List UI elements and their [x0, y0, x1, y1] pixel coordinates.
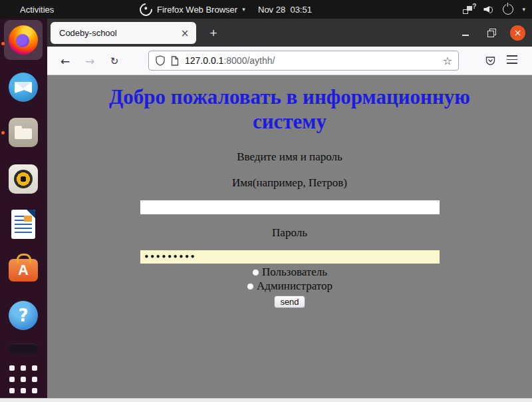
name-label: Имя(например, Петров): [47, 176, 532, 190]
chevron-down-icon: ▾: [242, 6, 245, 13]
radio-admin-label: Администратор: [257, 280, 332, 293]
firefox-mini-icon: [137, 1, 155, 19]
app-grid-icon: [9, 365, 37, 393]
running-indicator-files: [1, 131, 5, 134]
name-input[interactable]: [140, 200, 440, 214]
running-indicator-firefox: [1, 42, 5, 45]
dock-item-app-grid[interactable]: [7, 362, 39, 397]
url-bar[interactable]: 127.0.0.1:8000/aythh/ ☆: [148, 51, 459, 71]
network-icon: ?: [463, 5, 475, 14]
system-top-bar: Activities Firefox Web Browser ▾ Nov 28 …: [0, 0, 532, 19]
ubuntu-software-icon: A: [9, 259, 38, 282]
role-option-admin[interactable]: Администратор: [47, 280, 532, 292]
bookmark-star-icon[interactable]: ☆: [443, 55, 452, 67]
minimize-button[interactable]: [457, 24, 474, 41]
close-button[interactable]: ×: [510, 25, 525, 41]
password-input[interactable]: [140, 250, 440, 264]
dock-item-partial[interactable]: [7, 343, 39, 353]
thunderbird-icon: [9, 73, 38, 102]
url-domain: 127.0.0.1: [185, 55, 223, 66]
pocket-icon[interactable]: [483, 53, 497, 68]
password-label: Пароль: [47, 226, 532, 240]
dock-item-help[interactable]: ?: [7, 300, 39, 331]
rhythmbox-speaker-icon: [9, 164, 38, 194]
page-info-icon[interactable]: [171, 56, 179, 66]
firefox-icon: [9, 25, 38, 55]
dock: A ?: [0, 19, 47, 398]
back-button[interactable]: ←: [55, 51, 75, 71]
dock-item-ubuntu-software[interactable]: A: [7, 252, 39, 284]
reload-button[interactable]: ↻: [104, 51, 124, 71]
radio-user-label: Пользователь: [262, 266, 327, 279]
screen: Activities Firefox Web Browser ▾ Nov 28 …: [0, 0, 532, 402]
menu-hamburger-icon[interactable]: [507, 55, 517, 64]
navigation-toolbar: ← → ↻ 127.0.0.1:8000/aythh/ ☆: [47, 47, 532, 75]
dock-item-firefox[interactable]: [7, 24, 39, 56]
restore-button[interactable]: [483, 24, 501, 41]
new-tab-button[interactable]: +: [204, 24, 223, 43]
dock-item-libreoffice-writer[interactable]: [7, 208, 39, 240]
partial-dark-icon: [8, 343, 39, 353]
tray-chevron-down-icon: ▾: [522, 6, 525, 13]
url-path: :8000/aythh/: [223, 55, 275, 66]
app-menu[interactable]: Firefox Web Browser ▾: [140, 0, 245, 19]
tab-codeby-school[interactable]: Codeby-school ×: [51, 22, 196, 44]
system-tray[interactable]: ? ▾: [463, 0, 525, 19]
clock[interactable]: Nov 28 03:51: [258, 0, 312, 19]
tab-close-icon[interactable]: ×: [177, 25, 193, 41]
web-page: Добро пожаловать в информационную систем…: [47, 75, 532, 398]
firefox-window: Codeby-school × + × ← → ↻: [47, 19, 532, 398]
page-title: Добро пожаловать в информационную систем…: [84, 85, 496, 134]
intro-text: Введите имя и пароль: [47, 150, 532, 164]
tab-title: Codeby-school: [51, 28, 177, 38]
dock-item-files[interactable]: [7, 116, 39, 148]
send-button[interactable]: send: [274, 296, 305, 308]
libreoffice-writer-icon: [11, 210, 35, 239]
activities-button[interactable]: Activities: [20, 0, 54, 19]
help-question-icon: ?: [9, 301, 38, 330]
radio-user[interactable]: [252, 269, 259, 276]
desktop-bottom-strip: [0, 398, 532, 402]
radio-admin[interactable]: [247, 283, 254, 290]
dock-item-rhythmbox[interactable]: [7, 163, 39, 195]
window-controls: ×: [457, 19, 532, 47]
dock-item-thunderbird[interactable]: [7, 71, 39, 103]
tab-bar: Codeby-school × + ×: [47, 19, 532, 47]
power-icon: [503, 4, 513, 15]
volume-icon: [483, 5, 494, 14]
role-option-user[interactable]: Пользователь: [47, 266, 532, 278]
shield-icon: [156, 55, 165, 66]
forward-button[interactable]: →: [80, 51, 100, 71]
files-folder-icon: [9, 118, 38, 147]
app-menu-label: Firefox Web Browser: [157, 5, 237, 15]
url-text[interactable]: 127.0.0.1:8000/aythh/: [185, 55, 443, 66]
